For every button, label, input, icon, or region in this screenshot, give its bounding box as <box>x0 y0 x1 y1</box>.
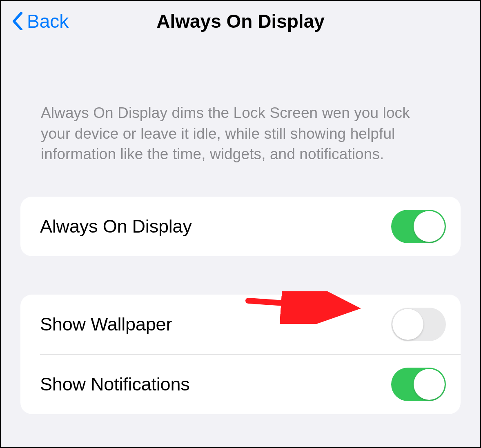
show-wallpaper-toggle[interactable] <box>391 308 446 341</box>
row-label: Show Wallpaper <box>40 314 172 335</box>
back-label: Back <box>27 10 69 32</box>
row-label: Always On Display <box>40 216 192 237</box>
toggle-knob <box>392 309 423 340</box>
settings-group-main: Always On Display <box>20 197 461 256</box>
settings-screen: Back Always On Display Always On Display… <box>0 0 481 448</box>
toggle-knob <box>414 211 445 242</box>
settings-group-options: Show Wallpaper Show Notifications <box>20 295 461 414</box>
back-button[interactable]: Back <box>12 10 69 32</box>
navbar: Back Always On Display <box>1 1 480 42</box>
chevron-left-icon <box>12 12 23 30</box>
feature-description: Always On Display dims the Lock Screen w… <box>1 42 480 165</box>
toggle-knob <box>414 369 445 400</box>
row-label: Show Notifications <box>40 374 190 395</box>
row-always-on-display[interactable]: Always On Display <box>20 197 461 256</box>
row-show-notifications[interactable]: Show Notifications <box>20 355 461 414</box>
show-notifications-toggle[interactable] <box>391 368 446 401</box>
row-show-wallpaper[interactable]: Show Wallpaper <box>20 295 461 354</box>
always-on-display-toggle[interactable] <box>391 210 446 243</box>
page-title: Always On Display <box>156 10 325 32</box>
